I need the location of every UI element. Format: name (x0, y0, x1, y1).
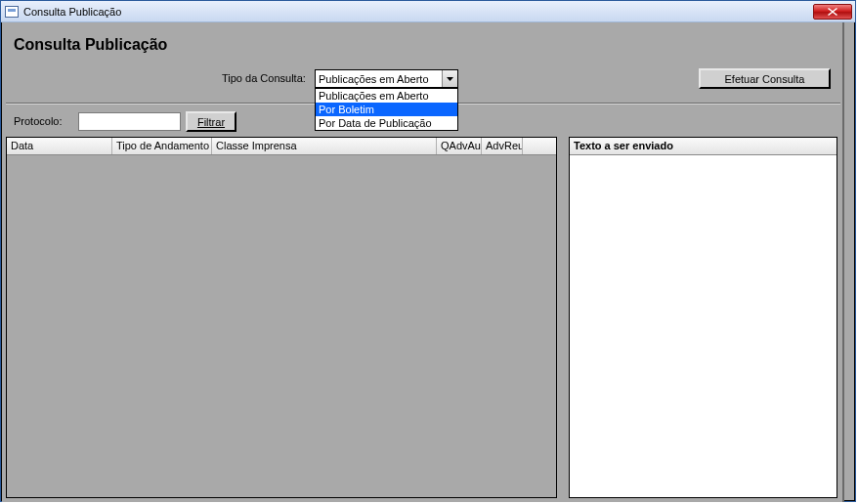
grid-column-header[interactable]: Data (7, 138, 112, 154)
app-icon (5, 6, 19, 18)
chevron-down-icon (447, 77, 453, 81)
close-button[interactable] (813, 4, 852, 20)
dropdown-option[interactable]: Por Data de Publicação (316, 116, 457, 130)
tipo-consulta-label: Tipo da Consulta: (222, 72, 306, 84)
form-panel: Consulta Publicação Tipo da Consulta: Pu… (2, 22, 844, 502)
close-icon (828, 8, 837, 16)
tipo-consulta-dropdown[interactable]: Publicações em Aberto (315, 69, 458, 88)
dropdown-toggle[interactable] (442, 70, 457, 87)
grid-column-header[interactable]: Tipo de Andamento (112, 138, 212, 154)
window-title: Consulta Publicação (23, 6, 813, 18)
texto-panel-title: Texto a ser enviado (570, 138, 837, 155)
window: Consulta Publicação Consulta Publicação … (0, 0, 856, 502)
protocolo-input[interactable] (78, 112, 181, 131)
dropdown-selected-value: Publicações em Aberto (316, 73, 442, 85)
grid-column-header[interactable]: QAdvAut (437, 138, 482, 154)
titlebar: Consulta Publicação (1, 1, 855, 22)
tipo-consulta-dropdown-list[interactable]: Publicações em AbertoPor BoletimPor Data… (315, 88, 458, 131)
results-grid[interactable]: DataTipo de AndamentoClasse ImprensaQAdv… (6, 137, 557, 498)
dropdown-option[interactable]: Publicações em Aberto (316, 89, 457, 103)
protocolo-label: Protocolo: (14, 115, 63, 127)
page-title: Consulta Publicação (14, 36, 167, 54)
grid-column-header[interactable]: Classe Imprensa (212, 138, 437, 154)
filtrar-button[interactable]: Filtrar (186, 111, 236, 132)
grid-header: DataTipo de AndamentoClasse ImprensaQAdv… (7, 138, 556, 155)
dropdown-option[interactable]: Por Boletim (316, 103, 457, 116)
efetuar-consulta-button[interactable]: Efetuar Consulta (699, 68, 831, 89)
texto-panel: Texto a ser enviado (569, 137, 837, 498)
grid-column-header[interactable]: AdvReu (482, 138, 523, 154)
client-area: Consulta Publicação Tipo da Consulta: Pu… (1, 22, 855, 501)
